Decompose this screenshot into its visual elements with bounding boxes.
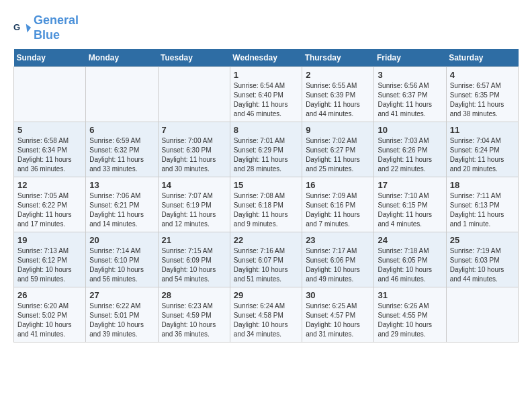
- day-number: 18: [450, 180, 515, 190]
- day-info: Sunrise: 6:59 AM Sunset: 6:32 PM Dayligh…: [89, 136, 154, 174]
- page-header: G General Blue: [13, 13, 519, 42]
- day-number: 19: [17, 235, 82, 245]
- day-number: 20: [89, 235, 154, 245]
- day-info: Sunrise: 7:05 AM Sunset: 6:22 PM Dayligh…: [17, 191, 82, 229]
- calendar-cell: 21Sunrise: 7:15 AM Sunset: 6:09 PM Dayli…: [158, 232, 230, 287]
- day-header-saturday: Saturday: [446, 49, 518, 67]
- day-number: 30: [306, 290, 370, 300]
- calendar-cell: 14Sunrise: 7:07 AM Sunset: 6:19 PM Dayli…: [158, 177, 230, 232]
- day-number: 2: [306, 70, 370, 80]
- day-number: 15: [234, 180, 298, 190]
- day-info: Sunrise: 6:24 AM Sunset: 4:58 PM Dayligh…: [234, 302, 298, 339]
- day-number: 1: [234, 70, 298, 80]
- day-info: Sunrise: 7:00 AM Sunset: 6:30 PM Dayligh…: [162, 136, 226, 174]
- day-number: 31: [378, 290, 442, 300]
- calendar-cell: 11Sunrise: 7:04 AM Sunset: 6:24 PM Dayli…: [446, 122, 518, 177]
- calendar-cell: 4Sunrise: 6:57 AM Sunset: 6:35 PM Daylig…: [446, 67, 518, 122]
- logo-text: General Blue: [34, 13, 79, 42]
- day-info: Sunrise: 6:23 AM Sunset: 4:59 PM Dayligh…: [162, 302, 226, 339]
- day-number: 29: [234, 290, 298, 300]
- day-info: Sunrise: 7:09 AM Sunset: 6:16 PM Dayligh…: [306, 191, 370, 229]
- calendar-cell: 25Sunrise: 7:19 AM Sunset: 6:03 PM Dayli…: [446, 232, 518, 287]
- calendar-cell: 15Sunrise: 7:08 AM Sunset: 6:18 PM Dayli…: [230, 177, 302, 232]
- day-header-friday: Friday: [374, 49, 446, 67]
- logo: G General Blue: [13, 13, 79, 42]
- svg-marker-1: [26, 24, 31, 32]
- day-info: Sunrise: 7:19 AM Sunset: 6:03 PM Dayligh…: [450, 246, 515, 284]
- calendar-cell: 30Sunrise: 6:25 AM Sunset: 4:57 PM Dayli…: [302, 287, 374, 342]
- day-number: 13: [89, 180, 154, 190]
- calendar-cell: [86, 67, 158, 122]
- day-info: Sunrise: 6:20 AM Sunset: 5:02 PM Dayligh…: [17, 302, 82, 339]
- calendar-cell: [14, 67, 86, 122]
- day-header-sunday: Sunday: [14, 49, 86, 67]
- day-number: 22: [234, 235, 298, 245]
- calendar-cell: 9Sunrise: 7:02 AM Sunset: 6:27 PM Daylig…: [302, 122, 374, 177]
- day-info: Sunrise: 7:16 AM Sunset: 6:07 PM Dayligh…: [234, 246, 298, 284]
- day-number: 4: [450, 70, 515, 80]
- day-info: Sunrise: 7:06 AM Sunset: 6:21 PM Dayligh…: [89, 191, 154, 229]
- calendar-cell: 8Sunrise: 7:01 AM Sunset: 6:29 PM Daylig…: [230, 122, 302, 177]
- day-info: Sunrise: 7:01 AM Sunset: 6:29 PM Dayligh…: [234, 136, 298, 174]
- day-info: Sunrise: 7:11 AM Sunset: 6:13 PM Dayligh…: [450, 191, 515, 229]
- day-number: 6: [89, 125, 154, 135]
- day-info: Sunrise: 6:22 AM Sunset: 5:01 PM Dayligh…: [89, 302, 154, 339]
- calendar-cell: 7Sunrise: 7:00 AM Sunset: 6:30 PM Daylig…: [158, 122, 230, 177]
- day-info: Sunrise: 7:02 AM Sunset: 6:27 PM Dayligh…: [306, 136, 370, 174]
- calendar-cell: 28Sunrise: 6:23 AM Sunset: 4:59 PM Dayli…: [158, 287, 230, 342]
- calendar-week-row: 19Sunrise: 7:13 AM Sunset: 6:12 PM Dayli…: [14, 232, 519, 287]
- day-info: Sunrise: 6:56 AM Sunset: 6:37 PM Dayligh…: [378, 81, 442, 119]
- day-number: 8: [234, 125, 298, 135]
- day-header-thursday: Thursday: [302, 49, 374, 67]
- calendar-week-row: 26Sunrise: 6:20 AM Sunset: 5:02 PM Dayli…: [14, 287, 519, 342]
- calendar-cell: [158, 67, 230, 122]
- calendar-cell: 20Sunrise: 7:14 AM Sunset: 6:10 PM Dayli…: [86, 232, 158, 287]
- day-info: Sunrise: 6:58 AM Sunset: 6:34 PM Dayligh…: [17, 136, 82, 174]
- calendar-cell: [446, 287, 518, 342]
- calendar-cell: 26Sunrise: 6:20 AM Sunset: 5:02 PM Dayli…: [14, 287, 86, 342]
- day-number: 16: [306, 180, 370, 190]
- day-header-monday: Monday: [86, 49, 158, 67]
- calendar-cell: 18Sunrise: 7:11 AM Sunset: 6:13 PM Dayli…: [446, 177, 518, 232]
- day-number: 9: [306, 125, 370, 135]
- day-info: Sunrise: 6:55 AM Sunset: 6:39 PM Dayligh…: [306, 81, 370, 119]
- calendar-cell: 1Sunrise: 6:54 AM Sunset: 6:40 PM Daylig…: [230, 67, 302, 122]
- calendar-cell: 10Sunrise: 7:03 AM Sunset: 6:26 PM Dayli…: [374, 122, 446, 177]
- day-number: 14: [162, 180, 226, 190]
- calendar-week-row: 12Sunrise: 7:05 AM Sunset: 6:22 PM Dayli…: [14, 177, 519, 232]
- day-info: Sunrise: 6:57 AM Sunset: 6:35 PM Dayligh…: [450, 81, 515, 119]
- day-info: Sunrise: 7:08 AM Sunset: 6:18 PM Dayligh…: [234, 191, 298, 229]
- day-number: 24: [378, 235, 442, 245]
- calendar-table: SundayMondayTuesdayWednesdayThursdayFrid…: [13, 49, 519, 342]
- day-info: Sunrise: 7:17 AM Sunset: 6:06 PM Dayligh…: [306, 246, 370, 284]
- calendar-cell: 27Sunrise: 6:22 AM Sunset: 5:01 PM Dayli…: [86, 287, 158, 342]
- calendar-cell: 24Sunrise: 7:18 AM Sunset: 6:05 PM Dayli…: [374, 232, 446, 287]
- day-number: 5: [17, 125, 82, 135]
- day-number: 27: [89, 290, 154, 300]
- day-number: 11: [450, 125, 515, 135]
- day-number: 10: [378, 125, 442, 135]
- day-number: 21: [162, 235, 226, 245]
- day-info: Sunrise: 7:18 AM Sunset: 6:05 PM Dayligh…: [378, 246, 442, 284]
- calendar-cell: 23Sunrise: 7:17 AM Sunset: 6:06 PM Dayli…: [302, 232, 374, 287]
- day-info: Sunrise: 7:07 AM Sunset: 6:19 PM Dayligh…: [162, 191, 226, 229]
- calendar-cell: 6Sunrise: 6:59 AM Sunset: 6:32 PM Daylig…: [86, 122, 158, 177]
- svg-text:G: G: [13, 21, 20, 32]
- day-number: 25: [450, 235, 515, 245]
- calendar-header-row: SundayMondayTuesdayWednesdayThursdayFrid…: [14, 49, 519, 67]
- logo-icon: G: [13, 19, 32, 38]
- calendar-week-row: 1Sunrise: 6:54 AM Sunset: 6:40 PM Daylig…: [14, 67, 519, 122]
- calendar-cell: 16Sunrise: 7:09 AM Sunset: 6:16 PM Dayli…: [302, 177, 374, 232]
- day-info: Sunrise: 7:14 AM Sunset: 6:10 PM Dayligh…: [89, 246, 154, 284]
- calendar-cell: 29Sunrise: 6:24 AM Sunset: 4:58 PM Dayli…: [230, 287, 302, 342]
- day-info: Sunrise: 6:54 AM Sunset: 6:40 PM Dayligh…: [234, 81, 298, 119]
- calendar-cell: 13Sunrise: 7:06 AM Sunset: 6:21 PM Dayli…: [86, 177, 158, 232]
- day-info: Sunrise: 7:13 AM Sunset: 6:12 PM Dayligh…: [17, 246, 82, 284]
- day-number: 23: [306, 235, 370, 245]
- calendar-cell: 3Sunrise: 6:56 AM Sunset: 6:37 PM Daylig…: [374, 67, 446, 122]
- day-header-wednesday: Wednesday: [230, 49, 302, 67]
- day-header-tuesday: Tuesday: [158, 49, 230, 67]
- calendar-cell: 22Sunrise: 7:16 AM Sunset: 6:07 PM Dayli…: [230, 232, 302, 287]
- calendar-cell: 31Sunrise: 6:26 AM Sunset: 4:55 PM Dayli…: [374, 287, 446, 342]
- day-number: 7: [162, 125, 226, 135]
